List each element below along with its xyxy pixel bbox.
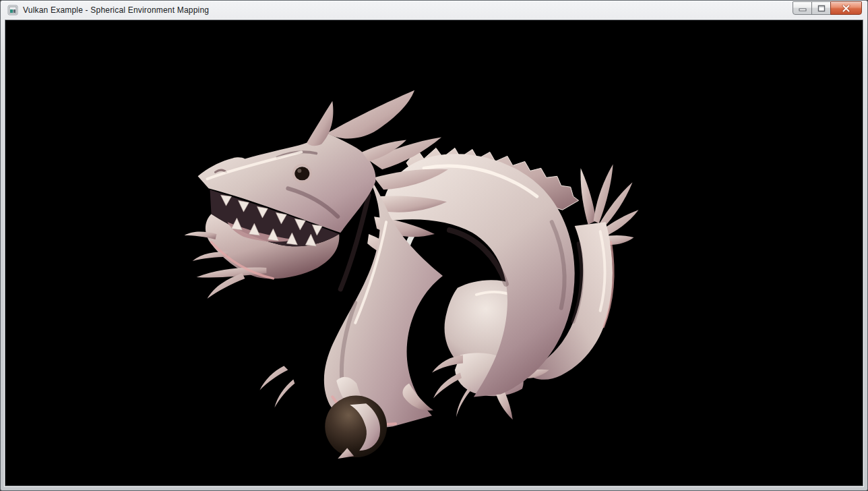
close-icon: [842, 5, 850, 12]
window-title: Vulkan Example - Spherical Environment M…: [23, 5, 209, 15]
minimize-button[interactable]: [793, 1, 812, 15]
maximize-button[interactable]: [811, 1, 831, 15]
app-window: Vulkan Example - Spherical Environment M…: [0, 0, 868, 491]
minimize-icon: [799, 5, 807, 11]
maximize-icon: [817, 5, 826, 12]
close-button[interactable]: [830, 1, 862, 15]
titlebar[interactable]: Vulkan Example - Spherical Environment M…: [1, 1, 867, 19]
application-window-icon[interactable]: [7, 5, 18, 16]
dragon-render: [5, 20, 863, 486]
dragon-eye: [294, 167, 309, 180]
render-viewport[interactable]: [5, 20, 863, 486]
caption-button-group: [793, 1, 862, 15]
